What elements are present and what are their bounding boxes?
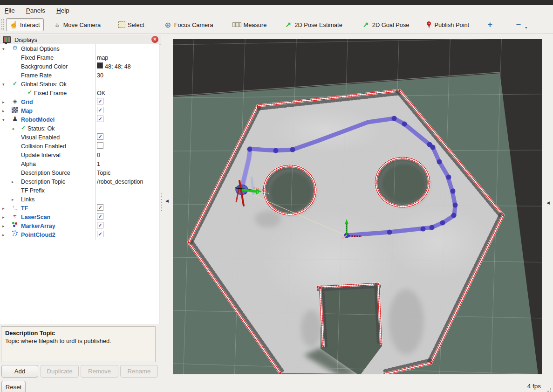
tree-row-map[interactable]: ▸Map✓ bbox=[0, 107, 159, 116]
tree-label: PointCloud2 bbox=[21, 231, 55, 240]
add-tool-button[interactable]: + bbox=[482, 18, 498, 31]
remove-button[interactable]: Remove bbox=[81, 365, 118, 378]
property-value[interactable]: 1 bbox=[97, 160, 100, 169]
expander-open-icon[interactable]: ▾ bbox=[2, 116, 5, 124]
checkbox-unchecked[interactable] bbox=[97, 142, 103, 149]
checkbox-checked[interactable]: ✓ bbox=[97, 222, 103, 228]
tree-row-alpha[interactable]: Alpha1 bbox=[0, 160, 159, 169]
tree-row-tf[interactable]: ▸TF✓ bbox=[0, 204, 159, 213]
displays-tree[interactable]: ▾⚙Global OptionsFixed FramemapBackground… bbox=[0, 44, 159, 324]
displays-icon bbox=[3, 36, 11, 43]
tree-row-robotmodel[interactable]: ▾♟RobotModel✓ bbox=[0, 116, 159, 124]
property-value[interactable]: map bbox=[97, 54, 108, 62]
tree-row-grid[interactable]: ▸◈Grid✓ bbox=[0, 98, 159, 107]
tree-label: Description Topic bbox=[21, 178, 65, 186]
crosshair-icon: ⊕ bbox=[164, 21, 172, 29]
select-button[interactable]: Select bbox=[115, 18, 148, 31]
checkbox-checked[interactable]: ✓ bbox=[97, 98, 103, 104]
goal-pose-button[interactable]: ↗2D Goal Pose bbox=[358, 18, 413, 31]
remove-tool-button[interactable]: −▾ bbox=[511, 18, 531, 31]
viewport-3d[interactable] bbox=[173, 39, 542, 374]
menu-help[interactable]: Help bbox=[56, 7, 69, 14]
expander-closed-icon[interactable]: ▸ bbox=[12, 178, 14, 186]
menu-panels[interactable]: Panels bbox=[26, 7, 45, 14]
add-button[interactable]: Add bbox=[1, 365, 38, 378]
tree-row-collision-enabled[interactable]: Collision Enabled bbox=[0, 142, 159, 151]
expander-closed-icon[interactable]: ▸ bbox=[2, 204, 5, 213]
expander-closed-icon[interactable]: ▸ bbox=[2, 231, 5, 240]
tree-row-visual-enabled[interactable]: Visual Enabled✓ bbox=[0, 133, 159, 142]
color-swatch[interactable] bbox=[97, 62, 103, 69]
toolbar: ☝InteractMove CameraSelect⊕Focus CameraM… bbox=[0, 16, 553, 34]
property-value[interactable]: /robot_description bbox=[97, 178, 143, 186]
move-camera-button[interactable]: Move Camera bbox=[49, 18, 104, 31]
tree-row-fixed-frame[interactable]: ✓Fixed FrameOK bbox=[0, 89, 159, 98]
tree-row-frame-rate[interactable]: Frame Rate30 bbox=[0, 71, 159, 80]
tree-row-global-status-ok[interactable]: ▾✓Global Status: Ok bbox=[0, 80, 159, 89]
move-icon bbox=[53, 21, 61, 29]
tool-dropdown-icon[interactable]: ▾ bbox=[525, 26, 527, 31]
right-panel-collapse-arrow[interactable]: ◀ bbox=[546, 200, 550, 205]
focus-camera-button[interactable]: ⊕Focus Camera bbox=[160, 18, 217, 31]
duplicate-button[interactable]: Duplicate bbox=[41, 365, 79, 378]
measure-button[interactable]: Measure bbox=[229, 18, 271, 31]
window-top-edge bbox=[0, 0, 553, 5]
expander-closed-icon[interactable]: ▸ bbox=[13, 124, 15, 133]
checkbox-checked[interactable]: ✓ bbox=[97, 204, 103, 211]
tree-row-fixed-frame[interactable]: Fixed Framemap bbox=[0, 54, 159, 62]
right-splitter[interactable] bbox=[542, 35, 553, 378]
tree-label: TF bbox=[21, 204, 28, 213]
expander-closed-icon[interactable]: ▸ bbox=[2, 213, 5, 222]
tree-row-laserscan[interactable]: ▸≈LaserScan✓ bbox=[0, 213, 159, 222]
expander-closed-icon[interactable]: ▸ bbox=[2, 222, 5, 231]
close-icon[interactable]: × bbox=[151, 36, 158, 43]
displays-panel-header[interactable]: Displays × bbox=[0, 35, 161, 45]
expander-open-icon[interactable]: ▾ bbox=[2, 45, 5, 54]
marker-icon bbox=[12, 222, 18, 228]
expander-open-icon[interactable]: ▾ bbox=[2, 80, 5, 89]
left-panel-collapse-arrow[interactable]: ◀ bbox=[165, 199, 169, 203]
tree-row-pointcloud2[interactable]: ▸PointCloud2✓ bbox=[0, 231, 159, 240]
checkbox-checked[interactable]: ✓ bbox=[97, 231, 103, 237]
property-value[interactable]: 0 bbox=[97, 151, 100, 160]
checkbox-checked[interactable]: ✓ bbox=[97, 107, 103, 113]
reset-button[interactable]: Reset bbox=[1, 381, 26, 392]
menu-file[interactable]: File bbox=[5, 7, 15, 14]
expander-closed-icon[interactable]: ▸ bbox=[2, 98, 5, 107]
property-value[interactable]: 30 bbox=[97, 71, 103, 80]
resize-grip[interactable] bbox=[550, 388, 551, 390]
toolbar-grip[interactable] bbox=[1, 19, 4, 30]
tree-row-description-source[interactable]: Description SourceTopic bbox=[0, 169, 159, 178]
menu-file-label: F bbox=[5, 7, 8, 14]
tree-row-global-options[interactable]: ▾⚙Global Options bbox=[0, 45, 159, 54]
property-value[interactable]: OK bbox=[97, 89, 105, 98]
tf-icon bbox=[12, 204, 18, 211]
goal-pose-label: 2D Goal Pose bbox=[372, 21, 410, 28]
left-splitter-grip[interactable] bbox=[161, 193, 162, 213]
laser-icon: ≈ bbox=[12, 213, 18, 220]
color-value[interactable]: 48; 48; 48 bbox=[105, 62, 131, 71]
tree-row-status-ok[interactable]: ▸✓Status: Ok bbox=[0, 124, 159, 133]
tree-label: Background Color bbox=[21, 62, 68, 71]
tree-row-description-topic[interactable]: ▸Description Topic/robot_description bbox=[0, 178, 159, 186]
interact-button[interactable]: ☝Interact bbox=[6, 18, 44, 31]
checkbox-checked[interactable]: ✓ bbox=[97, 133, 103, 140]
property-description-box: Description Topic Topic where filepath t… bbox=[1, 326, 156, 362]
rename-button[interactable]: Rename bbox=[120, 365, 158, 378]
tree-label: Fixed Frame bbox=[34, 89, 67, 98]
tree-row-update-interval[interactable]: Update Interval0 bbox=[0, 151, 159, 160]
tree-label: LaserScan bbox=[21, 213, 50, 222]
fps-counter: 4 fps bbox=[527, 381, 541, 392]
tree-row-tf-prefix[interactable]: TF Prefix bbox=[0, 186, 159, 195]
checkbox-checked[interactable]: ✓ bbox=[97, 213, 103, 220]
tree-row-links[interactable]: ▸Links bbox=[0, 195, 159, 204]
property-value[interactable]: Topic bbox=[97, 169, 110, 178]
checkbox-checked[interactable]: ✓ bbox=[97, 116, 103, 122]
publish-point-button[interactable]: Publish Point bbox=[423, 18, 473, 31]
tree-row-markerarray[interactable]: ▸MarkerArray✓ bbox=[0, 222, 159, 231]
expander-closed-icon[interactable]: ▸ bbox=[12, 195, 14, 204]
pose-estimate-button[interactable]: ↗2D Pose Estimate bbox=[280, 18, 346, 31]
hand-icon: ☝ bbox=[10, 21, 18, 29]
tree-row-background-color[interactable]: Background Color48; 48; 48 bbox=[0, 62, 159, 71]
expander-closed-icon[interactable]: ▸ bbox=[2, 107, 5, 116]
